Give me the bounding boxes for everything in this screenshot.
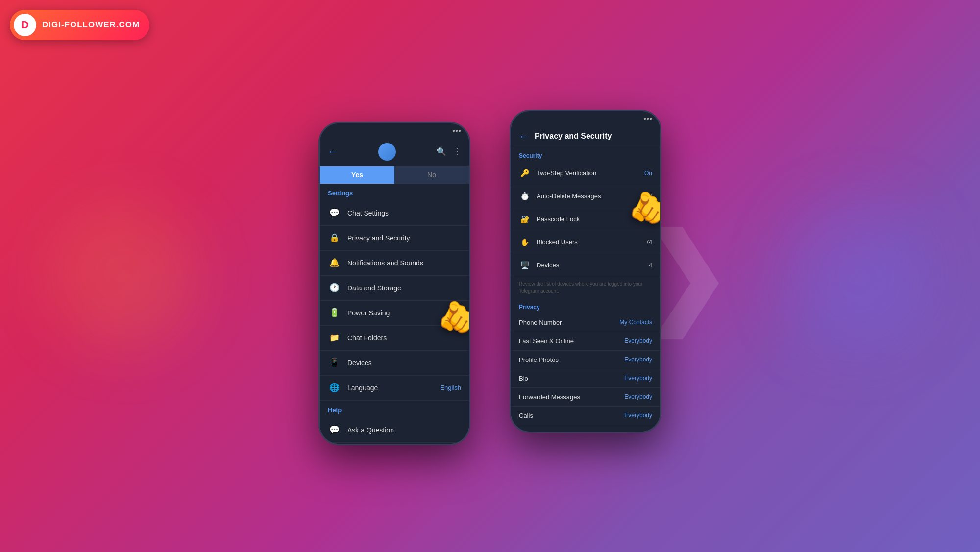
device-icon: 📱	[328, 357, 341, 369]
phone2-back-icon[interactable]: ←	[519, 131, 529, 142]
privacy-item-label: Forwarded Messages	[519, 393, 624, 401]
item-label: Devices	[537, 262, 643, 269]
list-item[interactable]: Groups & Channels Nobody (+8)	[511, 425, 660, 433]
phone1-header: ← 🔍 ⋮	[320, 138, 469, 166]
devices-icon: 🖥️	[519, 260, 531, 271]
passcode-icon: 🔐	[519, 214, 531, 225]
item-label: Auto-Delete Messages	[537, 192, 638, 200]
lock-icon: 🔒	[328, 232, 341, 244]
tab-no[interactable]: No	[394, 166, 469, 184]
phone1-header-icons: 🔍 ⋮	[437, 147, 461, 156]
list-item[interactable]: Profile Photos Everybody	[511, 351, 660, 369]
item-label: Chat Settings	[347, 209, 461, 217]
privacy-item-label: Last Seen & Online	[519, 337, 624, 345]
list-item[interactable]: 🔑 Two-Step Verification On	[511, 162, 660, 185]
language-value: English	[440, 384, 461, 391]
bell-icon: 🔔	[328, 257, 341, 269]
hand-cursor-1: 🫵	[434, 295, 470, 339]
item-label: Ask a Question	[347, 426, 461, 434]
settings-section-label: Settings	[320, 184, 469, 201]
search-icon[interactable]: 🔍	[437, 147, 446, 156]
list-item[interactable]: ✋ Blocked Users 74	[511, 231, 660, 254]
logo-icon: D	[14, 14, 36, 36]
phone2-content: Security 🔑 Two-Step Verification On ⏱️ A…	[511, 147, 660, 433]
ask-icon: 💬	[328, 424, 341, 436]
item-label: Devices	[347, 359, 461, 367]
security-section-label: Security	[511, 147, 660, 162]
key-icon: 🔑	[519, 168, 531, 179]
battery-icon: 🔋	[328, 307, 341, 319]
timer-icon: ⏱️	[519, 191, 531, 202]
item-label: Two-Step Verification	[537, 169, 638, 177]
privacy-item-value: Everybody	[624, 337, 652, 344]
item-value: On	[644, 170, 652, 177]
logo-text: DIGI-FOLLOWER.COM	[42, 20, 140, 30]
phone1-statusbar: ●●●	[320, 123, 469, 138]
list-item[interactable]: Forwarded Messages Everybody	[511, 388, 660, 407]
list-item[interactable]: 💬 Ask a Question	[320, 418, 469, 443]
help-section-label: Help	[320, 401, 469, 418]
privacy-item-label: Groups & Channels	[519, 431, 620, 433]
blocked-icon: ✋	[519, 237, 531, 248]
chat-icon: 💬	[328, 207, 341, 219]
list-item[interactable]: 🌐 Language English	[320, 376, 469, 401]
hand-cursor-2: 🫵	[625, 186, 662, 230]
list-item[interactable]: 🔔 Notifications and Sounds	[320, 251, 469, 276]
privacy-item-value: Nobody (+8)	[620, 431, 652, 433]
list-item[interactable]: 🔒 Privacy and Security	[320, 226, 469, 251]
privacy-item-label: Bio	[519, 375, 624, 382]
item-label: Privacy and Security	[347, 234, 461, 242]
item-value: 4	[649, 262, 652, 269]
privacy-item-label: Phone Number	[519, 319, 619, 326]
more-icon[interactable]: ⋮	[453, 147, 461, 156]
privacy-item-value: Everybody	[624, 393, 652, 400]
globe-icon: 🌐	[328, 382, 341, 394]
phone1-avatar	[378, 143, 396, 161]
list-item[interactable]: Calls Everybody	[511, 407, 660, 425]
phone2-frame: ●●● ← Privacy and Security Security 🔑 Tw…	[510, 110, 662, 433]
phone1-frame: ●●● ← 🔍 ⋮ Yes No Settings 💬 Chat Setting…	[318, 122, 470, 445]
privacy-item-value: My Contacts	[619, 319, 652, 326]
privacy-item-value: Everybody	[624, 412, 652, 419]
list-item[interactable]: 🖥️ Devices 4	[511, 254, 660, 277]
folder-icon: 📁	[328, 332, 341, 344]
list-item[interactable]: ❓ Telegram FAQ	[320, 443, 469, 445]
item-label: Data and Storage	[347, 284, 461, 292]
item-label: Blocked Users	[537, 239, 640, 246]
yes-no-tabs: Yes No	[320, 166, 469, 184]
clock-icon: 🕐	[328, 282, 341, 294]
phone1-back-icon[interactable]: ←	[328, 146, 338, 157]
privacy-item-value: Everybody	[624, 356, 652, 363]
list-item[interactable]: 📱 Devices	[320, 351, 469, 376]
item-value: 74	[646, 239, 652, 246]
list-item[interactable]: Phone Number My Contacts	[511, 313, 660, 332]
devices-note: Review the list of devices where you are…	[511, 277, 660, 300]
item-label: Passcode Lock	[537, 216, 638, 223]
phone2-title: Privacy and Security	[535, 132, 652, 141]
privacy-item-label: Calls	[519, 412, 624, 419]
privacy-section-label: Privacy	[511, 300, 660, 313]
phone2-header: ← Privacy and Security	[511, 126, 660, 147]
item-label: Notifications and Sounds	[347, 259, 461, 267]
list-item[interactable]: 🕐 Data and Storage	[320, 276, 469, 301]
item-label: Language	[347, 384, 433, 392]
privacy-item-label: Profile Photos	[519, 356, 624, 363]
list-item[interactable]: 💬 Chat Settings	[320, 201, 469, 226]
list-item[interactable]: Last Seen & Online Everybody	[511, 332, 660, 351]
privacy-item-value: Everybody	[624, 375, 652, 382]
list-item[interactable]: Bio Everybody	[511, 369, 660, 388]
phone2-statusbar: ●●●	[511, 111, 660, 126]
tab-yes[interactable]: Yes	[320, 166, 394, 184]
logo: D DIGI-FOLLOWER.COM	[10, 10, 149, 40]
phones-container: ●●● ← 🔍 ⋮ Yes No Settings 💬 Chat Setting…	[0, 0, 980, 552]
